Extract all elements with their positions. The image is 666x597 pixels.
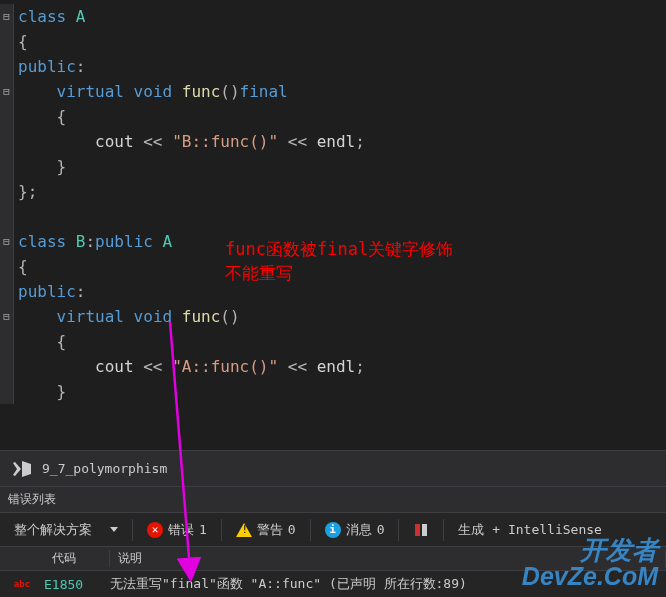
- errors-filter-button[interactable]: ✕ 错误 1: [139, 518, 215, 542]
- svg-rect-2: [422, 524, 427, 536]
- error-column-headers: 代码 说明: [0, 547, 666, 571]
- annotation-text: func函数被final关键字修饰 不能重写: [225, 237, 453, 285]
- function-name: func: [182, 82, 221, 101]
- warning-icon: [236, 523, 252, 537]
- keyword-public: public: [18, 57, 76, 76]
- col-header-code[interactable]: 代码: [44, 550, 110, 567]
- build-intellisense-dropdown[interactable]: 生成 + IntelliSense: [450, 518, 609, 542]
- fold-icon[interactable]: ⊟: [0, 229, 14, 254]
- warnings-filter-button[interactable]: 警告 0: [228, 518, 304, 542]
- error-list-title: 错误列表: [0, 486, 666, 513]
- messages-filter-button[interactable]: i 消息 0: [317, 518, 393, 542]
- chevron-down-icon: [110, 527, 118, 532]
- fold-icon[interactable]: ⊟: [0, 79, 14, 104]
- vs-icon: [10, 457, 34, 481]
- error-icon: ✕: [147, 522, 163, 538]
- info-icon: i: [325, 522, 341, 538]
- svg-rect-1: [415, 524, 420, 536]
- keyword-class: class: [18, 7, 66, 26]
- brace-open: {: [18, 32, 28, 51]
- error-code: E1850: [44, 577, 110, 592]
- scope-dropdown[interactable]: 整个解决方案: [6, 518, 126, 542]
- intellisense-error-icon: abc: [14, 579, 30, 589]
- code-editor[interactable]: ⊟ class A { public: ⊟ virtual void func(…: [0, 0, 666, 450]
- tab-label[interactable]: 9_7_polymorphism: [42, 461, 167, 476]
- class-name: A: [76, 7, 86, 26]
- tab-bar: 9_7_polymorphism: [0, 450, 666, 486]
- build-filter-button[interactable]: [405, 519, 437, 541]
- error-row[interactable]: abc E1850 无法重写"final"函数 "A::func" (已声明 所…: [0, 571, 666, 597]
- fold-icon[interactable]: ⊟: [0, 4, 14, 29]
- error-description: 无法重写"final"函数 "A::func" (已声明 所在行数:89): [110, 575, 666, 593]
- col-header-desc[interactable]: 说明: [110, 550, 666, 567]
- fold-icon[interactable]: ⊟: [0, 304, 14, 329]
- build-icon: [413, 522, 429, 538]
- error-filter-bar: 整个解决方案 ✕ 错误 1 警告 0 i 消息 0 生成 + IntelliSe…: [0, 513, 666, 547]
